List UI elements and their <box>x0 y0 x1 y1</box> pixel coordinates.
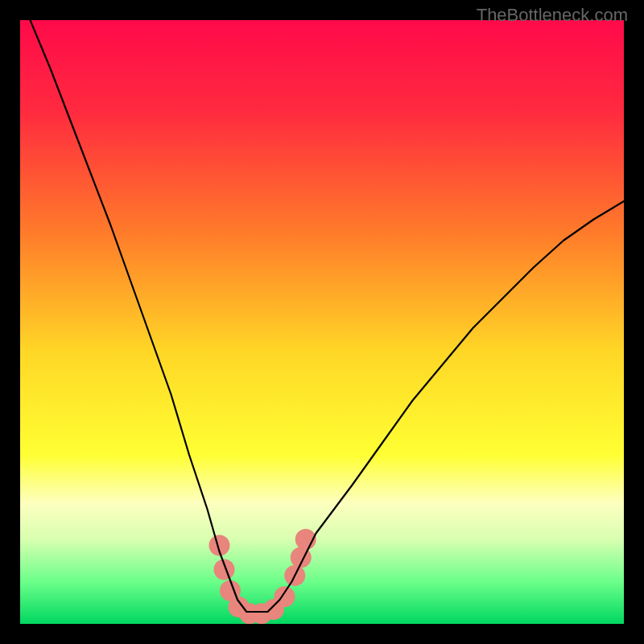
chart-svg <box>20 20 624 624</box>
highlight-marker <box>275 586 295 607</box>
chart-plot-area <box>20 20 624 624</box>
chart-background <box>20 20 624 624</box>
watermark-text: TheBottleneck.com <box>477 5 628 26</box>
